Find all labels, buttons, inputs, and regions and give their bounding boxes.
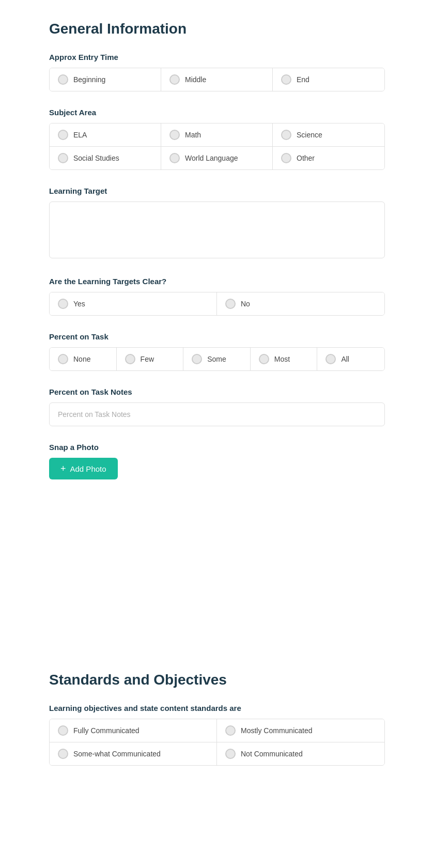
add-photo-label: Add Photo — [70, 464, 106, 473]
radio-circle-social-studies — [58, 153, 68, 163]
learning-targets-clear-options: Yes No — [49, 292, 385, 316]
radio-circle-none — [58, 354, 68, 364]
radio-circle-math — [169, 130, 180, 140]
percent-few-label: Few — [141, 355, 154, 363]
entry-time-middle-label: Middle — [185, 75, 206, 84]
subject-world-language[interactable]: World Language — [161, 147, 273, 169]
somewhat-communicated[interactable]: Some-what Communicated — [50, 742, 217, 765]
percent-all-label: All — [341, 355, 349, 363]
percent-some[interactable]: Some — [183, 348, 251, 370]
learning-targets-yes-label: Yes — [73, 300, 85, 308]
subject-other[interactable]: Other — [273, 147, 384, 169]
entry-time-options: Beginning Middle End — [49, 68, 385, 91]
percent-on-task-group: Percent on Task None Few Some Most All — [49, 332, 385, 371]
percent-most-label: Most — [274, 355, 290, 363]
percent-few[interactable]: Few — [117, 348, 184, 370]
subject-science[interactable]: Science — [273, 123, 384, 147]
not-communicated[interactable]: Not Communicated — [217, 742, 384, 765]
radio-circle-most — [259, 354, 269, 364]
subject-other-label: Other — [297, 154, 315, 162]
subject-ela-label: ELA — [73, 131, 87, 139]
not-communicated-label: Not Communicated — [241, 750, 303, 758]
radio-circle-world-language — [169, 153, 180, 163]
radio-circle-science — [281, 130, 291, 140]
radio-circle-not — [225, 749, 236, 759]
subject-area-label: Subject Area — [49, 108, 385, 117]
entry-time-end[interactable]: End — [273, 68, 384, 91]
entry-time-group: Approx Entry Time Beginning Middle End — [49, 53, 385, 91]
somewhat-communicated-label: Some-what Communicated — [73, 750, 161, 758]
fully-communicated[interactable]: Fully Communicated — [50, 719, 217, 742]
radio-circle-end — [281, 74, 291, 85]
subject-area-options: ELA Math Science Social Studies World La… — [49, 123, 385, 170]
subject-social-studies[interactable]: Social Studies — [50, 147, 161, 169]
radio-circle-no — [225, 299, 236, 309]
subject-ela[interactable]: ELA — [50, 123, 161, 147]
entry-time-beginning[interactable]: Beginning — [50, 68, 161, 91]
percent-notes-label: Percent on Task Notes — [49, 388, 385, 396]
percent-notes-input[interactable] — [49, 402, 385, 426]
section1-title: General Information — [49, 21, 385, 37]
learning-targets-no[interactable]: No — [217, 292, 384, 315]
radio-circle-middle — [169, 74, 180, 85]
radio-circle-fully — [58, 725, 68, 736]
learning-targets-clear-label: Are the Learning Targets Clear? — [49, 277, 385, 286]
subject-math[interactable]: Math — [161, 123, 273, 147]
percent-on-task-label: Percent on Task — [49, 332, 385, 341]
learning-target-label: Learning Target — [49, 187, 385, 195]
learning-targets-yes[interactable]: Yes — [50, 292, 217, 315]
radio-circle-yes — [58, 299, 68, 309]
radio-circle-mostly — [225, 725, 236, 736]
radio-circle-other — [281, 153, 291, 163]
subject-social-studies-label: Social Studies — [73, 154, 119, 162]
subject-math-label: Math — [185, 131, 201, 139]
snap-photo-group: Snap a Photo + Add Photo — [49, 443, 385, 479]
plus-icon: + — [60, 464, 66, 473]
mostly-communicated-label: Mostly Communicated — [241, 726, 313, 735]
section2-title: Standards and Objectives — [49, 672, 385, 688]
radio-circle-few — [125, 354, 135, 364]
learning-objectives-label: Learning objectives and state content st… — [49, 704, 385, 712]
learning-target-group: Learning Target — [49, 187, 385, 260]
learning-targets-no-label: No — [241, 300, 250, 308]
percent-notes-group: Percent on Task Notes — [49, 388, 385, 426]
radio-circle-somewhat — [58, 749, 68, 759]
radio-circle-some — [192, 354, 202, 364]
add-photo-button[interactable]: + Add Photo — [49, 458, 118, 479]
radio-circle-all — [326, 354, 336, 364]
entry-time-label: Approx Entry Time — [49, 53, 385, 61]
percent-on-task-options: None Few Some Most All — [49, 347, 385, 371]
mostly-communicated[interactable]: Mostly Communicated — [217, 719, 384, 742]
percent-all[interactable]: All — [317, 348, 384, 370]
percent-none[interactable]: None — [50, 348, 117, 370]
snap-photo-label: Snap a Photo — [49, 443, 385, 452]
spacer — [49, 496, 385, 651]
radio-circle-beginning — [58, 74, 68, 85]
percent-none-label: None — [73, 355, 90, 363]
subject-area-group: Subject Area ELA Math Science Social Stu… — [49, 108, 385, 170]
entry-time-end-label: End — [297, 75, 309, 84]
standards-section: Standards and Objectives Learning object… — [49, 672, 385, 766]
entry-time-middle[interactable]: Middle — [161, 68, 273, 91]
subject-science-label: Science — [297, 131, 322, 139]
percent-most[interactable]: Most — [251, 348, 318, 370]
learning-objectives-group: Learning objectives and state content st… — [49, 704, 385, 766]
learning-objectives-options: Fully Communicated Mostly Communicated S… — [49, 719, 385, 766]
entry-time-beginning-label: Beginning — [73, 75, 105, 84]
learning-targets-clear-group: Are the Learning Targets Clear? Yes No — [49, 277, 385, 316]
learning-target-input[interactable] — [49, 202, 385, 258]
subject-world-language-label: World Language — [185, 154, 238, 162]
radio-circle-ela — [58, 130, 68, 140]
fully-communicated-label: Fully Communicated — [73, 726, 140, 735]
percent-some-label: Some — [207, 355, 226, 363]
